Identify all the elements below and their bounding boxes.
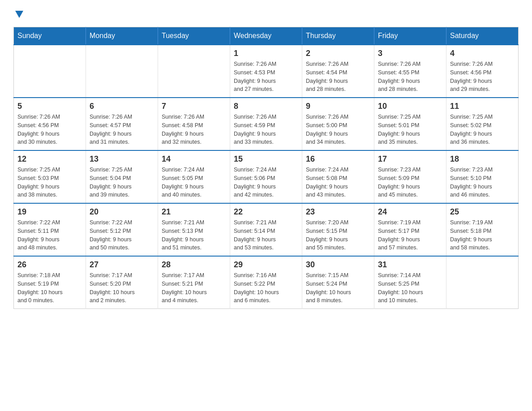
page-header xyxy=(13,9,519,18)
day-info: Sunrise: 7:26 AM Sunset: 4:56 PM Dayligh… xyxy=(450,60,515,94)
calendar-header: SundayMondayTuesdayWednesdayThursdayFrid… xyxy=(14,27,519,45)
calendar-cell: 15Sunrise: 7:24 AM Sunset: 5:06 PM Dayli… xyxy=(230,150,302,203)
day-number: 13 xyxy=(90,154,154,164)
day-number: 20 xyxy=(90,207,154,217)
calendar-cell: 3Sunrise: 7:26 AM Sunset: 4:55 PM Daylig… xyxy=(374,45,446,98)
calendar-cell xyxy=(158,45,230,98)
day-info: Sunrise: 7:19 AM Sunset: 5:17 PM Dayligh… xyxy=(378,218,442,252)
calendar-cell: 6Sunrise: 7:26 AM Sunset: 4:57 PM Daylig… xyxy=(86,98,158,150)
calendar-cell: 17Sunrise: 7:23 AM Sunset: 5:09 PM Dayli… xyxy=(374,150,446,203)
calendar-body: 1Sunrise: 7:26 AM Sunset: 4:53 PM Daylig… xyxy=(14,45,519,309)
day-number: 8 xyxy=(234,102,298,111)
day-header-saturday: Saturday xyxy=(446,27,519,45)
day-info: Sunrise: 7:14 AM Sunset: 5:25 PM Dayligh… xyxy=(378,271,442,305)
day-info: Sunrise: 7:18 AM Sunset: 5:19 PM Dayligh… xyxy=(17,271,82,305)
calendar-cell: 22Sunrise: 7:21 AM Sunset: 5:14 PM Dayli… xyxy=(230,203,302,256)
calendar-week-row: 5Sunrise: 7:26 AM Sunset: 4:56 PM Daylig… xyxy=(14,98,519,150)
day-number: 15 xyxy=(234,154,298,164)
day-info: Sunrise: 7:26 AM Sunset: 4:55 PM Dayligh… xyxy=(378,60,442,94)
day-number: 10 xyxy=(378,102,442,111)
calendar-cell: 31Sunrise: 7:14 AM Sunset: 5:25 PM Dayli… xyxy=(374,256,446,309)
day-info: Sunrise: 7:26 AM Sunset: 5:00 PM Dayligh… xyxy=(306,113,370,146)
calendar-cell: 14Sunrise: 7:24 AM Sunset: 5:05 PM Dayli… xyxy=(158,150,230,203)
day-number: 24 xyxy=(378,207,442,217)
day-number: 7 xyxy=(162,102,226,111)
day-header-tuesday: Tuesday xyxy=(158,27,230,45)
day-info: Sunrise: 7:25 AM Sunset: 5:02 PM Dayligh… xyxy=(450,113,515,146)
calendar-cell: 23Sunrise: 7:20 AM Sunset: 5:15 PM Dayli… xyxy=(302,203,374,256)
day-info: Sunrise: 7:25 AM Sunset: 5:04 PM Dayligh… xyxy=(90,166,154,199)
calendar-cell: 13Sunrise: 7:25 AM Sunset: 5:04 PM Dayli… xyxy=(86,150,158,203)
calendar-cell xyxy=(86,45,158,98)
day-header-monday: Monday xyxy=(86,27,158,45)
day-number: 28 xyxy=(162,260,226,270)
calendar-cell: 10Sunrise: 7:25 AM Sunset: 5:01 PM Dayli… xyxy=(374,98,446,150)
calendar-cell xyxy=(446,256,519,309)
logo xyxy=(13,9,23,18)
day-info: Sunrise: 7:26 AM Sunset: 4:53 PM Dayligh… xyxy=(234,60,298,94)
calendar-cell: 24Sunrise: 7:19 AM Sunset: 5:17 PM Dayli… xyxy=(374,203,446,256)
calendar-week-row: 1Sunrise: 7:26 AM Sunset: 4:53 PM Daylig… xyxy=(14,45,519,98)
day-number: 23 xyxy=(306,207,370,217)
day-info: Sunrise: 7:22 AM Sunset: 5:11 PM Dayligh… xyxy=(17,218,82,252)
day-info: Sunrise: 7:24 AM Sunset: 5:05 PM Dayligh… xyxy=(162,166,226,199)
day-header-friday: Friday xyxy=(374,27,446,45)
logo-triangle-icon xyxy=(15,11,23,18)
calendar-cell: 8Sunrise: 7:26 AM Sunset: 4:59 PM Daylig… xyxy=(230,98,302,150)
calendar-week-row: 26Sunrise: 7:18 AM Sunset: 5:19 PM Dayli… xyxy=(14,256,519,309)
day-info: Sunrise: 7:24 AM Sunset: 5:06 PM Dayligh… xyxy=(234,166,298,199)
day-info: Sunrise: 7:20 AM Sunset: 5:15 PM Dayligh… xyxy=(306,218,370,252)
day-header-thursday: Thursday xyxy=(302,27,374,45)
day-number: 2 xyxy=(306,49,370,58)
calendar-cell: 5Sunrise: 7:26 AM Sunset: 4:56 PM Daylig… xyxy=(14,98,86,150)
day-number: 6 xyxy=(90,102,154,111)
day-number: 4 xyxy=(450,49,515,58)
calendar-cell: 30Sunrise: 7:15 AM Sunset: 5:24 PM Dayli… xyxy=(302,256,374,309)
calendar-cell: 9Sunrise: 7:26 AM Sunset: 5:00 PM Daylig… xyxy=(302,98,374,150)
day-number: 12 xyxy=(17,154,82,164)
calendar-cell: 12Sunrise: 7:25 AM Sunset: 5:03 PM Dayli… xyxy=(14,150,86,203)
day-number: 22 xyxy=(234,207,298,217)
day-info: Sunrise: 7:21 AM Sunset: 5:14 PM Dayligh… xyxy=(234,218,298,252)
day-number: 26 xyxy=(17,260,82,270)
day-number: 9 xyxy=(306,102,370,111)
day-number: 3 xyxy=(378,49,442,58)
day-info: Sunrise: 7:17 AM Sunset: 5:20 PM Dayligh… xyxy=(90,271,154,305)
calendar-cell: 21Sunrise: 7:21 AM Sunset: 5:13 PM Dayli… xyxy=(158,203,230,256)
calendar-cell: 7Sunrise: 7:26 AM Sunset: 4:58 PM Daylig… xyxy=(158,98,230,150)
day-info: Sunrise: 7:26 AM Sunset: 4:57 PM Dayligh… xyxy=(90,113,154,146)
day-header-sunday: Sunday xyxy=(14,27,86,45)
day-info: Sunrise: 7:24 AM Sunset: 5:08 PM Dayligh… xyxy=(306,166,370,199)
days-of-week-row: SundayMondayTuesdayWednesdayThursdayFrid… xyxy=(14,27,519,45)
day-number: 31 xyxy=(378,260,442,270)
calendar-week-row: 19Sunrise: 7:22 AM Sunset: 5:11 PM Dayli… xyxy=(14,203,519,256)
day-info: Sunrise: 7:26 AM Sunset: 4:58 PM Dayligh… xyxy=(162,113,226,146)
day-info: Sunrise: 7:26 AM Sunset: 4:54 PM Dayligh… xyxy=(306,60,370,94)
day-info: Sunrise: 7:21 AM Sunset: 5:13 PM Dayligh… xyxy=(162,218,226,252)
day-number: 11 xyxy=(450,102,515,111)
calendar-week-row: 12Sunrise: 7:25 AM Sunset: 5:03 PM Dayli… xyxy=(14,150,519,203)
day-number: 27 xyxy=(90,260,154,270)
day-info: Sunrise: 7:23 AM Sunset: 5:10 PM Dayligh… xyxy=(450,166,515,199)
calendar-cell: 18Sunrise: 7:23 AM Sunset: 5:10 PM Dayli… xyxy=(446,150,519,203)
calendar-cell: 19Sunrise: 7:22 AM Sunset: 5:11 PM Dayli… xyxy=(14,203,86,256)
calendar-cell xyxy=(14,45,86,98)
calendar-cell: 26Sunrise: 7:18 AM Sunset: 5:19 PM Dayli… xyxy=(14,256,86,309)
calendar-cell: 29Sunrise: 7:16 AM Sunset: 5:22 PM Dayli… xyxy=(230,256,302,309)
calendar-cell: 4Sunrise: 7:26 AM Sunset: 4:56 PM Daylig… xyxy=(446,45,519,98)
day-number: 14 xyxy=(162,154,226,164)
day-number: 5 xyxy=(17,102,82,111)
calendar-cell: 27Sunrise: 7:17 AM Sunset: 5:20 PM Dayli… xyxy=(86,256,158,309)
day-number: 21 xyxy=(162,207,226,217)
day-number: 1 xyxy=(234,49,298,58)
day-info: Sunrise: 7:23 AM Sunset: 5:09 PM Dayligh… xyxy=(378,166,442,199)
calendar-cell: 1Sunrise: 7:26 AM Sunset: 4:53 PM Daylig… xyxy=(230,45,302,98)
day-info: Sunrise: 7:15 AM Sunset: 5:24 PM Dayligh… xyxy=(306,271,370,305)
day-number: 17 xyxy=(378,154,442,164)
day-header-wednesday: Wednesday xyxy=(230,27,302,45)
day-info: Sunrise: 7:25 AM Sunset: 5:03 PM Dayligh… xyxy=(17,166,82,199)
day-info: Sunrise: 7:26 AM Sunset: 4:59 PM Dayligh… xyxy=(234,113,298,146)
calendar-cell: 11Sunrise: 7:25 AM Sunset: 5:02 PM Dayli… xyxy=(446,98,519,150)
day-info: Sunrise: 7:22 AM Sunset: 5:12 PM Dayligh… xyxy=(90,218,154,252)
calendar-cell: 28Sunrise: 7:17 AM Sunset: 5:21 PM Dayli… xyxy=(158,256,230,309)
